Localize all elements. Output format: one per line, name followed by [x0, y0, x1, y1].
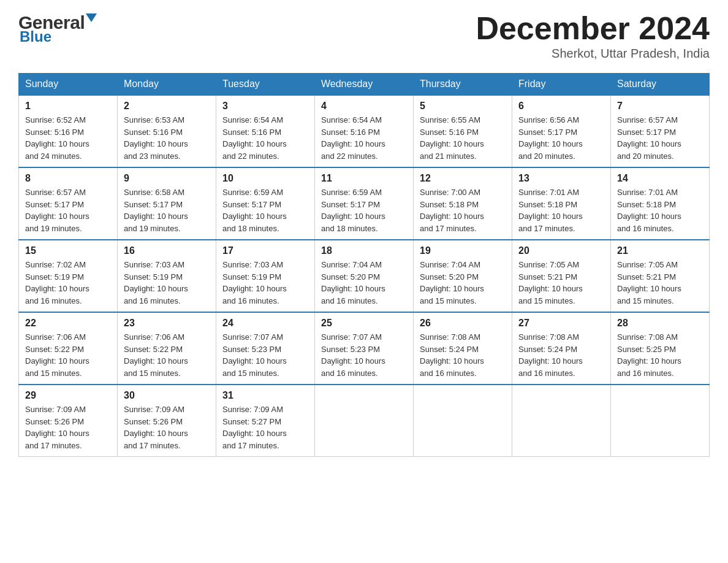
day-number: 8 [25, 173, 111, 184]
day-info: Sunrise: 7:00 AM Sunset: 5:18 PM Dayligh… [420, 186, 506, 234]
day-number: 15 [25, 245, 111, 256]
calendar-cell: 12 Sunrise: 7:00 AM Sunset: 5:18 PM Dayl… [414, 167, 512, 240]
day-number: 7 [617, 101, 703, 112]
calendar-cell: 10 Sunrise: 6:59 AM Sunset: 5:17 PM Dayl… [216, 167, 315, 240]
day-info: Sunrise: 6:57 AM Sunset: 5:17 PM Dayligh… [617, 114, 703, 162]
day-info: Sunrise: 7:03 AM Sunset: 5:19 PM Dayligh… [222, 259, 308, 307]
day-info: Sunrise: 6:54 AM Sunset: 5:16 PM Dayligh… [321, 114, 407, 162]
calendar-cell: 11 Sunrise: 6:59 AM Sunset: 5:17 PM Dayl… [315, 167, 414, 240]
day-number: 22 [25, 318, 111, 329]
col-friday: Friday [512, 74, 611, 96]
calendar-cell [512, 385, 611, 457]
day-info: Sunrise: 7:09 AM Sunset: 5:26 PM Dayligh… [124, 404, 210, 451]
day-info: Sunrise: 6:57 AM Sunset: 5:17 PM Dayligh… [25, 186, 111, 234]
day-number: 24 [222, 318, 308, 329]
day-info: Sunrise: 7:06 AM Sunset: 5:22 PM Dayligh… [124, 331, 210, 379]
calendar-week-5: 29 Sunrise: 7:09 AM Sunset: 5:26 PM Dayl… [19, 385, 710, 457]
day-number: 17 [222, 245, 308, 256]
day-info: Sunrise: 7:02 AM Sunset: 5:19 PM Dayligh… [25, 259, 111, 307]
day-info: Sunrise: 7:06 AM Sunset: 5:22 PM Dayligh… [25, 331, 111, 379]
calendar-cell [315, 385, 414, 457]
calendar-cell: 13 Sunrise: 7:01 AM Sunset: 5:18 PM Dayl… [512, 167, 611, 240]
day-info: Sunrise: 7:09 AM Sunset: 5:26 PM Dayligh… [25, 404, 111, 451]
day-number: 30 [124, 390, 210, 401]
month-title: December 2024 [476, 12, 710, 44]
day-number: 6 [518, 101, 604, 112]
calendar-cell: 2 Sunrise: 6:53 AM Sunset: 5:16 PM Dayli… [118, 95, 216, 167]
calendar-header-row: Sunday Monday Tuesday Wednesday Thursday… [19, 74, 710, 96]
day-info: Sunrise: 7:08 AM Sunset: 5:24 PM Dayligh… [518, 331, 604, 379]
day-info: Sunrise: 7:08 AM Sunset: 5:25 PM Dayligh… [617, 331, 703, 379]
day-number: 16 [124, 245, 210, 256]
day-number: 26 [420, 318, 506, 329]
calendar-week-2: 8 Sunrise: 6:57 AM Sunset: 5:17 PM Dayli… [19, 167, 710, 240]
calendar-cell: 5 Sunrise: 6:55 AM Sunset: 5:16 PM Dayli… [414, 95, 512, 167]
calendar-cell: 4 Sunrise: 6:54 AM Sunset: 5:16 PM Dayli… [315, 95, 414, 167]
calendar-cell: 7 Sunrise: 6:57 AM Sunset: 5:17 PM Dayli… [611, 95, 710, 167]
col-saturday: Saturday [611, 74, 710, 96]
calendar-cell: 28 Sunrise: 7:08 AM Sunset: 5:25 PM Dayl… [611, 312, 710, 385]
calendar-cell: 29 Sunrise: 7:09 AM Sunset: 5:26 PM Dayl… [19, 385, 118, 457]
calendar-cell [611, 385, 710, 457]
day-info: Sunrise: 7:04 AM Sunset: 5:20 PM Dayligh… [321, 259, 407, 307]
calendar-week-1: 1 Sunrise: 6:52 AM Sunset: 5:16 PM Dayli… [19, 95, 710, 167]
day-number: 14 [617, 173, 703, 184]
calendar-cell: 14 Sunrise: 7:01 AM Sunset: 5:18 PM Dayl… [611, 167, 710, 240]
location-subtitle: Sherkot, Uttar Pradesh, India [476, 47, 710, 61]
calendar-cell: 31 Sunrise: 7:09 AM Sunset: 5:27 PM Dayl… [216, 385, 315, 457]
day-info: Sunrise: 7:01 AM Sunset: 5:18 PM Dayligh… [518, 186, 604, 234]
logo: General Blue [18, 12, 97, 45]
calendar-cell: 27 Sunrise: 7:08 AM Sunset: 5:24 PM Dayl… [512, 312, 611, 385]
calendar-cell: 30 Sunrise: 7:09 AM Sunset: 5:26 PM Dayl… [118, 385, 216, 457]
calendar-cell [414, 385, 512, 457]
day-info: Sunrise: 6:52 AM Sunset: 5:16 PM Dayligh… [25, 114, 111, 162]
col-thursday: Thursday [414, 74, 512, 96]
day-info: Sunrise: 7:04 AM Sunset: 5:20 PM Dayligh… [420, 259, 506, 307]
calendar-cell: 19 Sunrise: 7:04 AM Sunset: 5:20 PM Dayl… [414, 240, 512, 312]
calendar-cell: 9 Sunrise: 6:58 AM Sunset: 5:17 PM Dayli… [118, 167, 216, 240]
day-number: 29 [25, 390, 111, 401]
calendar-cell: 6 Sunrise: 6:56 AM Sunset: 5:17 PM Dayli… [512, 95, 611, 167]
day-info: Sunrise: 7:08 AM Sunset: 5:24 PM Dayligh… [420, 331, 506, 379]
calendar-cell: 3 Sunrise: 6:54 AM Sunset: 5:16 PM Dayli… [216, 95, 315, 167]
day-number: 31 [222, 390, 308, 401]
calendar-cell: 1 Sunrise: 6:52 AM Sunset: 5:16 PM Dayli… [19, 95, 118, 167]
day-info: Sunrise: 7:05 AM Sunset: 5:21 PM Dayligh… [617, 259, 703, 307]
day-number: 12 [420, 173, 506, 184]
day-number: 3 [222, 101, 308, 112]
day-number: 4 [321, 101, 407, 112]
calendar-week-3: 15 Sunrise: 7:02 AM Sunset: 5:19 PM Dayl… [19, 240, 710, 312]
calendar-cell: 23 Sunrise: 7:06 AM Sunset: 5:22 PM Dayl… [118, 312, 216, 385]
calendar-cell: 8 Sunrise: 6:57 AM Sunset: 5:17 PM Dayli… [19, 167, 118, 240]
calendar-week-4: 22 Sunrise: 7:06 AM Sunset: 5:22 PM Dayl… [19, 312, 710, 385]
calendar-cell: 15 Sunrise: 7:02 AM Sunset: 5:19 PM Dayl… [19, 240, 118, 312]
day-info: Sunrise: 7:03 AM Sunset: 5:19 PM Dayligh… [124, 259, 210, 307]
day-info: Sunrise: 6:53 AM Sunset: 5:16 PM Dayligh… [124, 114, 210, 162]
day-number: 25 [321, 318, 407, 329]
day-info: Sunrise: 6:59 AM Sunset: 5:17 PM Dayligh… [321, 186, 407, 234]
col-monday: Monday [118, 74, 216, 96]
title-section: December 2024 Sherkot, Uttar Pradesh, In… [476, 12, 710, 61]
day-info: Sunrise: 7:07 AM Sunset: 5:23 PM Dayligh… [222, 331, 308, 379]
day-number: 11 [321, 173, 407, 184]
day-info: Sunrise: 6:54 AM Sunset: 5:16 PM Dayligh… [222, 114, 308, 162]
day-info: Sunrise: 7:07 AM Sunset: 5:23 PM Dayligh… [321, 331, 407, 379]
day-info: Sunrise: 6:58 AM Sunset: 5:17 PM Dayligh… [124, 186, 210, 234]
calendar-cell: 26 Sunrise: 7:08 AM Sunset: 5:24 PM Dayl… [414, 312, 512, 385]
calendar-cell: 18 Sunrise: 7:04 AM Sunset: 5:20 PM Dayl… [315, 240, 414, 312]
calendar-cell: 25 Sunrise: 7:07 AM Sunset: 5:23 PM Dayl… [315, 312, 414, 385]
day-number: 19 [420, 245, 506, 256]
calendar-cell: 17 Sunrise: 7:03 AM Sunset: 5:19 PM Dayl… [216, 240, 315, 312]
day-number: 2 [124, 101, 210, 112]
day-number: 28 [617, 318, 703, 329]
day-info: Sunrise: 7:01 AM Sunset: 5:18 PM Dayligh… [617, 186, 703, 234]
col-tuesday: Tuesday [216, 74, 315, 96]
svg-marker-0 [86, 13, 97, 22]
calendar-cell: 21 Sunrise: 7:05 AM Sunset: 5:21 PM Dayl… [611, 240, 710, 312]
day-number: 23 [124, 318, 210, 329]
col-sunday: Sunday [19, 74, 118, 96]
day-number: 20 [518, 245, 604, 256]
logo-arrow-icon [86, 13, 97, 31]
day-info: Sunrise: 7:05 AM Sunset: 5:21 PM Dayligh… [518, 259, 604, 307]
day-info: Sunrise: 7:09 AM Sunset: 5:27 PM Dayligh… [222, 404, 308, 451]
